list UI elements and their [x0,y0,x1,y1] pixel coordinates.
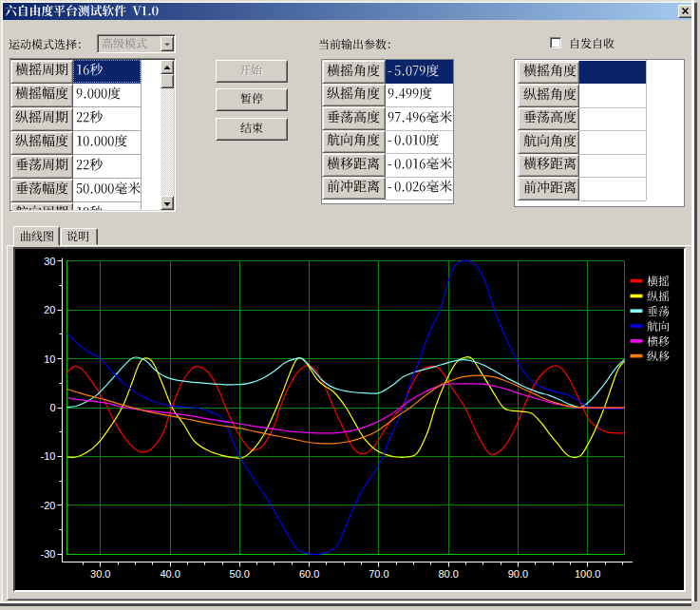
svg-text:80.0: 80.0 [438,568,458,580]
svg-text:-20: -20 [41,500,56,511]
svg-text:-10: -10 [41,450,56,462]
svg-text:30.0: 30.0 [90,568,110,580]
svg-text:100.0: 100.0 [575,568,601,580]
svg-text:-30: -30 [41,548,56,560]
svg-text:30: 30 [44,256,55,267]
svg-text:90.0: 90.0 [508,568,528,580]
svg-text:40.0: 40.0 [160,568,180,580]
svg-text:0: 0 [49,402,55,413]
svg-text:10: 10 [44,353,55,365]
svg-text:20: 20 [44,304,55,315]
svg-text:70.0: 70.0 [369,568,388,580]
svg-text:50.0: 50.0 [230,568,250,580]
svg-text:60.0: 60.0 [299,568,319,580]
